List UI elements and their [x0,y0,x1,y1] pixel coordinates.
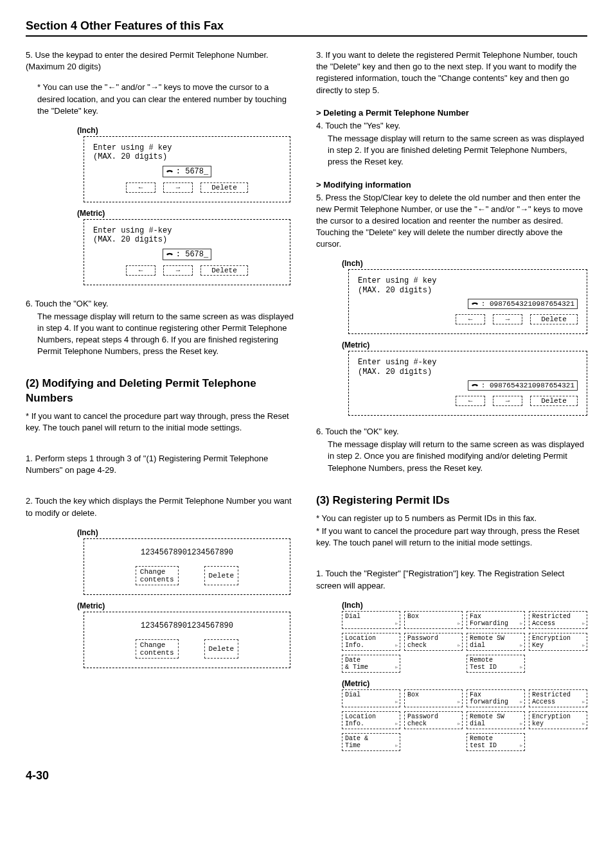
step-5: 5. Use the keypad to enter the desired P… [26,49,297,73]
phone-icon [166,168,173,175]
reg-button[interactable]: Encryption Key [529,633,587,651]
reg-button[interactable]: Password check [404,633,463,651]
sub2-note: * If you want to cancel the procedure pa… [26,411,297,434]
reg-button[interactable]: Password check [404,711,463,729]
arrow-right-button[interactable]: → [163,265,193,276]
panel-d-number: 12345678901234567890 [93,621,281,630]
del-head: > Deleting a Permit Telephone Number [316,108,587,118]
panel-e-line2: (MAX. 20 digits) [358,286,578,295]
delete-button[interactable]: Delete [204,566,239,585]
reg-grid-inch: DialBoxFax ForwardingRestricted AccessLo… [342,611,587,673]
r-step-3: 3. If you want to delete the registered … [316,49,587,96]
arrow-left-button[interactable]: ← [126,182,155,193]
content-columns: 5. Use the keypad to enter the desired P… [26,49,587,756]
sub2-step1: 1. Perform steps 1 through 3 of "(1) Reg… [26,453,297,476]
r-step-4-cont: The message display will return to the s… [328,133,587,168]
r-step-5-text: Press the Stop/Clear key to delete the o… [316,193,583,249]
reg-button[interactable]: Fax Forwarding [466,611,525,629]
step-5-num: 5. [26,50,33,60]
panel-b-number: : 5678_ [93,249,281,260]
panel-b: Enter using #-key (MAX. 20 digits) : 567… [84,219,290,285]
label-metric: (Metric) [342,341,587,350]
label-metric: (Metric) [342,679,587,688]
step-5-note: * You can use the "←" and/or "→" keys to… [37,82,297,117]
subheading-2: (2) Modifying and Deleting Permit Teleph… [26,376,297,405]
step-6-num: 6. [26,299,33,308]
reg-button[interactable]: Remote Test ID [466,655,525,673]
panel-b-line2: (MAX. 20 digits) [93,235,281,244]
r-step-5-num: 5. [316,193,323,202]
step-6-cont: The message display will return to the s… [37,311,297,358]
sub3-step1: 1. Touch the "Register" ["Registration"]… [316,568,587,591]
delete-button[interactable]: Delete [200,265,248,276]
label-inch: (Inch) [77,528,297,537]
panel-e: Enter using # key (MAX. 20 digits) : 098… [348,269,587,334]
reg-button[interactable]: Dial [342,689,400,707]
sub2-step1-text: Perform steps 1 through 3 of "(1) Regist… [26,454,268,475]
panel-a-line2: (MAX. 20 digits) [93,152,281,161]
arrow-left-button[interactable]: ← [456,396,485,406]
reg-button[interactable]: Fax forwarding [466,689,525,707]
phone-icon [166,251,173,258]
r-step-3-text: If you want to delete the registered Per… [316,50,578,95]
phone-icon [471,301,479,307]
delete-button[interactable]: Delete [200,182,248,193]
step-6-text: Touch the "OK" key. [35,299,109,308]
arrow-left-button[interactable]: ← [456,314,485,324]
sub3-step1-num: 1. [316,569,323,578]
panel-c-number: 12345678901234567890 [93,548,281,557]
panel-a-line1: Enter using # key [93,143,281,152]
change-contents-button[interactable]: Change contents [136,639,179,659]
reg-button[interactable]: Remote SW dial [466,633,525,651]
reg-button[interactable]: Box [404,611,463,629]
arrow-left-button[interactable]: ← [126,265,155,276]
arrow-right-button[interactable]: → [163,182,193,193]
change-contents-button[interactable]: Change contents [136,566,179,585]
sub2-step2-num: 2. [26,496,33,506]
mod-head: > Modifying information [316,180,587,190]
r-step-6-cont: The message display will return to the s… [328,439,587,474]
panel-f-line2: (MAX. 20 digits) [358,368,578,376]
sub3-step1-text: Touch the "Register" ["Registration"] ke… [316,569,564,590]
left-column: 5. Use the keypad to enter the desired P… [26,49,297,756]
sub2-step2: 2. Touch the key which displays the Perm… [26,495,297,518]
reg-button[interactable]: Box [404,689,463,707]
label-inch: (Inch) [342,259,587,268]
arrow-right-button[interactable]: → [493,396,522,406]
panel-f-line1: Enter using #-key [358,358,578,367]
right-column: 3. If you want to delete the registered … [316,49,587,756]
delete-button[interactable]: Delete [530,314,578,324]
reg-button[interactable]: Encryption key [529,711,587,729]
r-step-6-text: Touch the "OK" key. [325,427,399,436]
panel-f-number: : 09876543210987654321 [358,380,578,391]
sub2-step2-text: Touch the key which displays the Permit … [26,496,292,517]
panel-d: 12345678901234567890 Change contents Del… [84,612,290,668]
r-step-5: 5. Press the Stop/Clear key to delete th… [316,192,587,251]
reg-grid-metric: DialBoxFax forwardingRestricted AccessLo… [342,689,587,751]
reg-button[interactable]: Restricted Access [529,689,587,707]
reg-button[interactable]: Dial [342,611,400,629]
step-6: 6. Touch the "OK" key. The message displ… [26,298,297,358]
arrow-right-button[interactable]: → [493,314,522,324]
delete-button[interactable]: Delete [204,639,239,659]
label-inch: (Inch) [342,601,587,610]
reg-button[interactable]: Remote test ID [466,733,525,751]
label-inch: (Inch) [77,126,297,135]
reg-button[interactable]: Restricted Access [529,611,587,629]
reg-button[interactable]: Remote SW dial [466,711,525,729]
sub3-note2: * If you want to cancel the procedure pa… [316,526,587,549]
reg-button[interactable]: Date & Time [342,733,400,751]
r-step-6-num: 6. [316,427,323,436]
panel-a-number: : 5678_ [93,166,281,177]
section-header: Section 4 Other Features of this Fax [26,19,587,37]
r-step-3-num: 3. [316,50,323,60]
reg-button[interactable]: Location Info. [342,711,400,729]
sub2-step1-num: 1. [26,454,33,463]
panel-c: 12345678901234567890 Change contents Del… [84,538,290,595]
reg-button[interactable]: Date & Time [342,655,400,673]
reg-button[interactable]: Location Info. [342,633,400,651]
delete-button[interactable]: Delete [530,396,578,406]
panel-a: Enter using # key (MAX. 20 digits) : 567… [84,136,290,202]
sub3-note1: * You can register up to 5 numbers as Pe… [316,513,587,524]
subheading-3: (3) Registering Permit IDs [316,493,587,508]
